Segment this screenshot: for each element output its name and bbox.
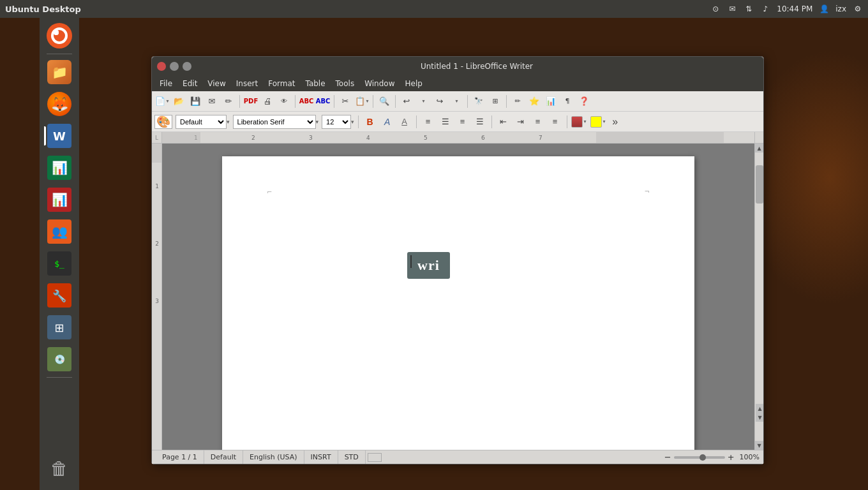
highlight-color-arrow[interactable]: ▾ (603, 119, 606, 124)
edit-button[interactable]: ✏ (221, 94, 236, 109)
align-right-button[interactable]: ≡ (455, 114, 470, 130)
autocorrect-button[interactable]: ABC (315, 94, 331, 109)
font-color-arrow[interactable]: ▾ (584, 119, 587, 124)
volume-icon[interactable]: ♪ (760, 4, 770, 14)
close-button[interactable] (157, 62, 166, 71)
zoom-out-icon[interactable]: − (664, 452, 671, 462)
find-button[interactable]: 🔍 (377, 94, 392, 109)
redo-arrow[interactable]: ▾ (449, 94, 464, 109)
status-bar: Page 1 / 1 Default English (USA) INSRT S… (152, 450, 763, 464)
launcher-item-ubuntu[interactable] (44, 20, 75, 51)
open-button[interactable]: 📂 (171, 94, 186, 109)
network-icon[interactable]: ⇅ (744, 4, 754, 14)
menu-window[interactable]: Window (359, 78, 400, 89)
spellcheck-button[interactable]: ABC (299, 94, 314, 109)
scroll-area[interactable]: ⌐ ¬ wri (162, 144, 754, 450)
align-left-button[interactable]: ≡ (421, 114, 436, 130)
clock: 10:44 PM (777, 4, 812, 13)
size-select[interactable]: 12 (322, 115, 351, 129)
navigator-button[interactable]: 🔭 (471, 94, 486, 109)
zoom-thumb[interactable] (700, 454, 706, 461)
scroll-page-down[interactable]: ▼ (756, 413, 764, 422)
launcher-item-trash[interactable]: 🗑 (44, 453, 75, 484)
more-button[interactable]: » (608, 114, 623, 130)
menu-insert[interactable]: Insert (231, 78, 263, 89)
svg-rect-10 (152, 144, 162, 163)
selection-mode[interactable]: STD (338, 450, 366, 464)
menu-file[interactable]: File (154, 78, 177, 89)
toolbar-sep-7 (506, 95, 507, 108)
launcher-item-vmm[interactable]: ⊞ (44, 312, 75, 343)
undo-button[interactable]: ↩ (399, 94, 414, 109)
content-area: 1 2 3 ⌐ ¬ wri ▲ (152, 144, 763, 450)
gear-icon[interactable]: ⚙ (853, 4, 863, 14)
toolbar-sep-1 (239, 95, 240, 108)
font-select[interactable]: Liberation Serif (233, 115, 316, 129)
star-button[interactable]: ⭐ (527, 94, 542, 109)
username: izx (835, 4, 846, 13)
window-titlebar: Untitled 1 - LibreOffice Writer (152, 57, 763, 76)
minimize-button[interactable] (170, 62, 179, 71)
presentation-button[interactable]: 📊 (543, 94, 558, 109)
mail-icon[interactable]: ✉ (727, 4, 737, 14)
launcher-item-people[interactable]: 👥 (44, 216, 75, 247)
indent-more-button[interactable]: ⇥ (513, 114, 528, 130)
align-center-button[interactable]: ☰ (438, 114, 453, 130)
show-changes-button[interactable]: ¶ (560, 94, 575, 109)
scroll-down-arrow[interactable]: ▼ (755, 441, 764, 450)
scroll-up-arrow[interactable]: ▲ (755, 144, 764, 152)
scrollbar-vertical[interactable]: ▲ ▲ ▼ ▼ (754, 144, 763, 450)
bullet-list-button[interactable]: ≡ (530, 114, 546, 130)
table-button[interactable]: ⊞ (488, 94, 503, 109)
scrollbar-track[interactable]: ▲ ▼ (756, 152, 763, 441)
indent-less-button[interactable]: ⇤ (496, 114, 511, 130)
italic-button[interactable]: A (380, 114, 395, 130)
launcher-item-terminal[interactable]: $_ (44, 248, 75, 279)
align-justify-button[interactable]: ☰ (472, 114, 488, 130)
launcher-item-firefox[interactable]: 🦊 (44, 89, 75, 119)
print-preview-button[interactable]: 👁 (276, 94, 292, 109)
undo-arrow[interactable]: ▾ (415, 94, 431, 109)
bold-button[interactable]: B (363, 114, 378, 130)
new-button[interactable]: 📄▾ (154, 94, 170, 109)
underline-button[interactable]: A (397, 114, 412, 130)
paste-button[interactable]: 📋▾ (354, 94, 370, 109)
menu-view[interactable]: View (202, 78, 230, 89)
menu-table[interactable]: Table (301, 78, 331, 89)
style-select[interactable]: Default (176, 115, 227, 129)
menu-format[interactable]: Format (263, 78, 300, 89)
toolbar-sep-5 (395, 95, 396, 108)
font-color-swatch[interactable] (571, 116, 583, 128)
launcher-item-calc[interactable]: 📊 (44, 152, 75, 183)
system-monitor-icon[interactable]: ⊙ (710, 4, 721, 14)
help-button[interactable]: ❓ (576, 94, 592, 109)
launcher-item-impress[interactable]: 📊 (44, 184, 75, 215)
ruler-corner: L (152, 132, 162, 144)
print-button[interactable]: 🖨 (260, 94, 275, 109)
zoom-in-icon[interactable]: + (728, 452, 735, 462)
launcher-item-files[interactable]: 📁 (44, 57, 75, 87)
launcher-item-settings[interactable]: 🔧 (44, 280, 75, 311)
document-page[interactable]: ⌐ ¬ wri (222, 156, 694, 450)
scrollbar-thumb[interactable] (756, 165, 763, 204)
launcher-item-dvd[interactable]: 💿 (44, 344, 75, 375)
redo-button[interactable]: ↪ (432, 94, 447, 109)
zoom-slider[interactable] (674, 456, 725, 459)
numbered-list-button[interactable]: ≡ (548, 114, 563, 130)
menu-edit[interactable]: Edit (177, 78, 202, 89)
email-button[interactable]: ✉ (204, 94, 220, 109)
export-pdf-button[interactable]: PDF (243, 94, 258, 109)
menu-help[interactable]: Help (400, 78, 427, 89)
horizontal-ruler: 1 2 3 4 5 6 7 (162, 132, 754, 144)
draw-button[interactable]: ✏ (510, 94, 525, 109)
cut-button[interactable]: ✂ (338, 94, 353, 109)
launcher-item-writer[interactable]: W (44, 121, 75, 151)
writer-window: Untitled 1 - LibreOffice Writer File Edi… (151, 56, 764, 464)
scroll-page-up[interactable]: ▲ (756, 404, 764, 413)
menu-tools[interactable]: Tools (331, 78, 360, 89)
insert-mode[interactable]: INSRT (304, 450, 338, 464)
save-button[interactable]: 💾 (188, 94, 203, 109)
user-icon[interactable]: 👤 (819, 4, 829, 14)
maximize-button[interactable] (183, 62, 191, 71)
highlight-color-swatch[interactable] (590, 116, 602, 128)
